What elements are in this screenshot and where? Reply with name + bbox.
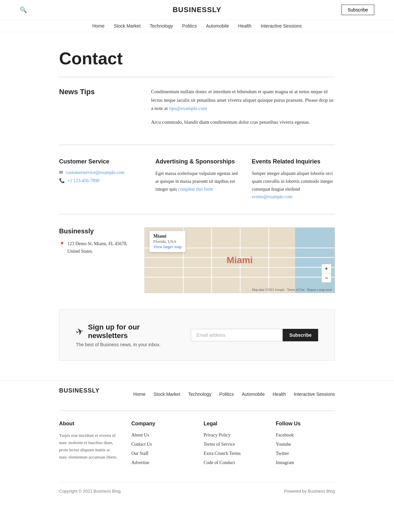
send-icon: ✈ — [75, 325, 85, 338]
location-address: 📍 123 Demo St, Miami, FL 45678, United S… — [59, 240, 131, 255]
list-item: Our Staff — [131, 450, 190, 456]
legal-code-of-conduct-link[interactable]: Code of Conduct — [204, 460, 235, 465]
nav-politics[interactable]: Politics — [182, 23, 197, 29]
advertising-body: Eget massa scelerisque vulputate egestas… — [155, 170, 238, 193]
news-tips-heading: News Tips — [59, 88, 131, 96]
legal-tos-link[interactable]: Terms of Service — [204, 442, 235, 447]
news-tips-body1: Condimentum nullam donec et interdum et … — [151, 88, 335, 113]
footer-nav: Home Stock Market Technology Politics Au… — [133, 392, 335, 397]
nav-automobile[interactable]: Automobile — [206, 23, 229, 29]
footer-about-col: About Turpis erat tincidunt et viverra i… — [59, 421, 118, 469]
footer-company-heading: Company — [131, 421, 190, 427]
list-item: Contact Us — [131, 441, 190, 447]
footer-nav-stock-market[interactable]: Stock Market — [153, 392, 180, 397]
map-city-label: Miami — [227, 255, 252, 266]
list-item: Facebook — [276, 432, 335, 438]
header-subscribe-button[interactable]: Subscribe — [341, 5, 374, 15]
follow-youtube-link[interactable]: Youtube — [276, 442, 291, 447]
map-image: Miami Miami Florida, USA View larger map… — [145, 228, 335, 293]
events-col: Events Related Inquiries Semper integer … — [252, 158, 335, 201]
contact-columns: Customer Service ✉ customerservice@examp… — [59, 158, 335, 201]
tips-email-link[interactable]: tips@example.com — [169, 106, 207, 111]
email-icon: ✉ — [59, 170, 63, 175]
newsletter-heading: Sign up for our newsletters — [88, 323, 178, 340]
search-icon[interactable]: 🔍 — [20, 6, 27, 13]
follow-facebook-link[interactable]: Facebook — [276, 433, 294, 437]
footer-powered: Powered by Business Blog — [284, 489, 335, 494]
events-heading: Events Related Inquiries — [252, 158, 335, 165]
footer-logo: BUSINESSLY — [59, 387, 99, 394]
map-footer: Map data ©2021 Google Terms of Use Repor… — [252, 288, 332, 291]
newsletter-subtitle: The best of Business news, in your inbox… — [76, 342, 178, 347]
advertising-col: Advertising & Sponsorships Eget massa sc… — [155, 158, 238, 201]
nav-health[interactable]: Health — [238, 23, 251, 29]
news-tips-body2: Arcu commodo, blandit diam condimentum d… — [151, 118, 335, 127]
footer-bottom: Copyright © 2021 Business Blog Powered b… — [59, 482, 335, 500]
footer-follow-heading: Follow Us — [276, 421, 335, 427]
company-our-staff-link[interactable]: Our Staff — [131, 451, 148, 456]
list-item: Youtube — [276, 441, 335, 447]
footer-nav-health[interactable]: Health — [273, 392, 286, 397]
location-heading: Businessly — [59, 227, 131, 235]
events-body: Semper integer aliquam aliquet lobortis … — [252, 170, 335, 201]
customer-email-link[interactable]: customerservice@example.com — [66, 170, 124, 175]
list-item: Terms of Service — [204, 441, 263, 447]
events-email-link[interactable]: events@example.com — [252, 194, 293, 199]
nav-stock-market[interactable]: Stock Market — [114, 23, 141, 29]
follow-instagram-link[interactable]: Instagram — [276, 460, 294, 465]
nav-interactive-sessions[interactable]: Interactive Sessions — [261, 23, 302, 29]
advertising-heading: Advertising & Sponsorships — [155, 158, 238, 165]
newsletter-section: ✈ Sign up for our newsletters The best o… — [59, 309, 335, 361]
newsletter-form: Subscribe — [191, 329, 318, 341]
main-content: Contact News Tips Condimentum nullam don… — [39, 32, 355, 361]
footer-divider — [59, 411, 335, 411]
list-item: Privacy Policy — [204, 432, 263, 438]
map-container[interactable]: Miami Miami Florida, USA View larger map… — [144, 227, 335, 293]
news-tips-section: News Tips Condimentum nullam donec et in… — [59, 88, 335, 132]
footer-legal-col: Legal Privacy Policy Terms of Service Ex… — [204, 421, 263, 469]
pin-icon: 📍 — [59, 241, 65, 248]
map-zoom-out-button[interactable]: − — [322, 273, 331, 283]
map-zoom-controls: + − — [321, 264, 331, 283]
newsletter-subscribe-button[interactable]: Subscribe — [283, 329, 318, 341]
footer-legal-links: Privacy Policy Terms of Service Extra Cr… — [204, 432, 263, 465]
footer-nav-politics[interactable]: Politics — [219, 392, 234, 397]
phone-icon: 📞 — [59, 178, 65, 183]
legal-extra-crunch-link[interactable]: Extra Crunch Terms — [204, 451, 241, 456]
map-zoom-in-button[interactable]: + — [322, 264, 331, 273]
nav-technology[interactable]: Technology — [150, 23, 173, 29]
follow-twitter-link[interactable]: Twitter — [276, 451, 289, 456]
customer-phone-row: 📞 +1 123-456-7890 — [59, 178, 142, 183]
site-logo: BUSINESSLY — [59, 6, 335, 14]
page-title: Contact — [59, 49, 335, 68]
section-divider-2 — [59, 214, 335, 214]
site-footer: BUSINESSLY Home Stock Market Technology … — [0, 380, 394, 500]
footer-company-links: About Us Contact Us Our Staff Advertise — [131, 432, 190, 465]
location-section: Businessly 📍 123 Demo St, Miami, FL 4567… — [59, 227, 335, 293]
map-directions-link[interactable]: View larger map — [153, 244, 182, 249]
company-contact-us-link[interactable]: Contact Us — [131, 442, 152, 447]
footer-about-heading: About — [59, 421, 118, 427]
footer-nav-technology[interactable]: Technology — [188, 392, 211, 397]
list-item: Instagram — [276, 459, 335, 465]
newsletter-email-input[interactable] — [191, 329, 283, 341]
complete-form-link[interactable]: complete this form — [178, 187, 213, 192]
customer-email-row: ✉ customerservice@example.com — [59, 170, 142, 175]
customer-service-col: Customer Service ✉ customerservice@examp… — [59, 158, 142, 201]
site-header: 🔍 BUSINESSLY Subscribe Home Stock Market… — [0, 0, 394, 32]
nav-home[interactable]: Home — [92, 23, 104, 29]
footer-company-col: Company About Us Contact Us Our Staff Ad… — [131, 421, 190, 469]
footer-follow-links: Facebook Youtube Twitter Instagram — [276, 432, 335, 465]
company-about-us-link[interactable]: About Us — [131, 433, 149, 437]
list-item: Extra Crunch Terms — [204, 450, 263, 456]
footer-nav-home[interactable]: Home — [133, 392, 145, 397]
footer-copyright: Copyright © 2021 Business Blog — [59, 489, 120, 494]
contact-heading: Contact — [59, 32, 335, 72]
company-advertise-link[interactable]: Advertise — [131, 460, 149, 465]
customer-phone-link[interactable]: +1 123-456-7890 — [67, 178, 99, 183]
footer-follow-col: Follow Us Facebook Youtube Twitter Insta… — [276, 421, 335, 469]
footer-nav-automobile[interactable]: Automobile — [242, 392, 265, 397]
section-divider-1 — [59, 145, 335, 145]
footer-nav-interactive-sessions[interactable]: Interactive Sessions — [294, 392, 335, 397]
legal-privacy-link[interactable]: Privacy Policy — [204, 433, 230, 437]
